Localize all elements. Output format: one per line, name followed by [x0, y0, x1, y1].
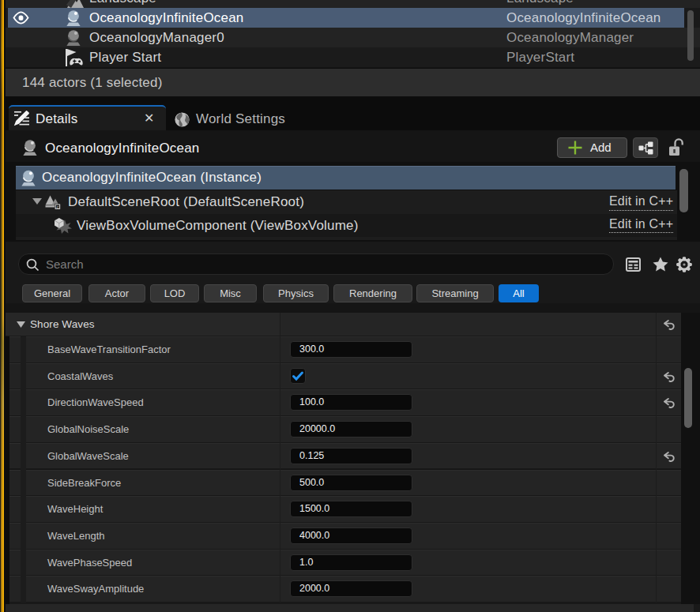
svg-text:c: c: [57, 205, 59, 209]
